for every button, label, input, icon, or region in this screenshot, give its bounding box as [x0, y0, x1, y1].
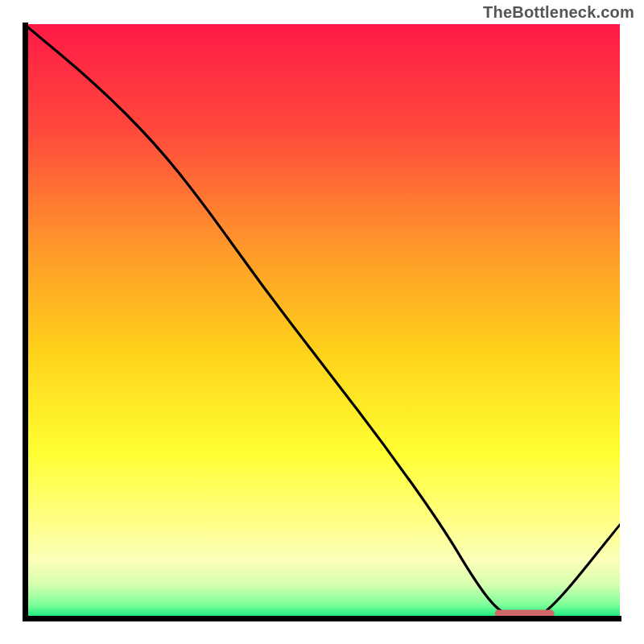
optimal-range-marker — [495, 610, 555, 618]
watermark-label: TheBottleneck.com — [483, 3, 634, 22]
chart-svg — [24, 24, 620, 620]
chart-container: TheBottleneck.com — [0, 0, 644, 644]
plot-area — [24, 24, 620, 620]
gradient-background — [24, 24, 620, 620]
